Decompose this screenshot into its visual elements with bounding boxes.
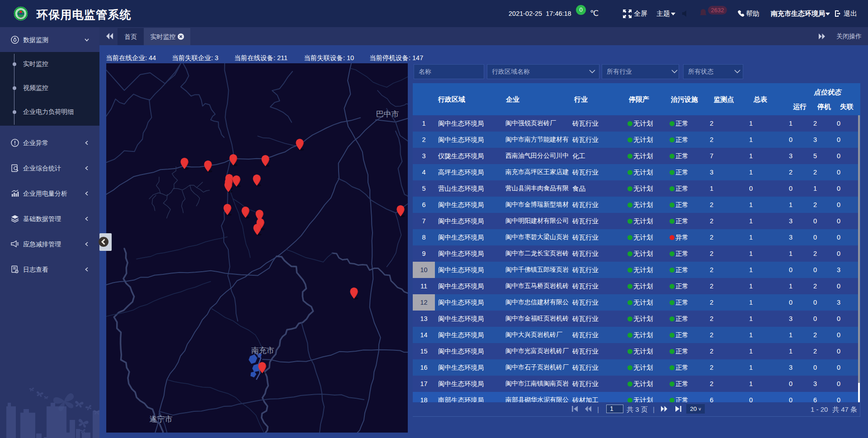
svg-text:南充市: 南充市 [251,346,274,355]
svg-text:巴中市: 巴中市 [376,110,399,118]
svg-text:遂宁市: 遂宁市 [150,415,173,424]
